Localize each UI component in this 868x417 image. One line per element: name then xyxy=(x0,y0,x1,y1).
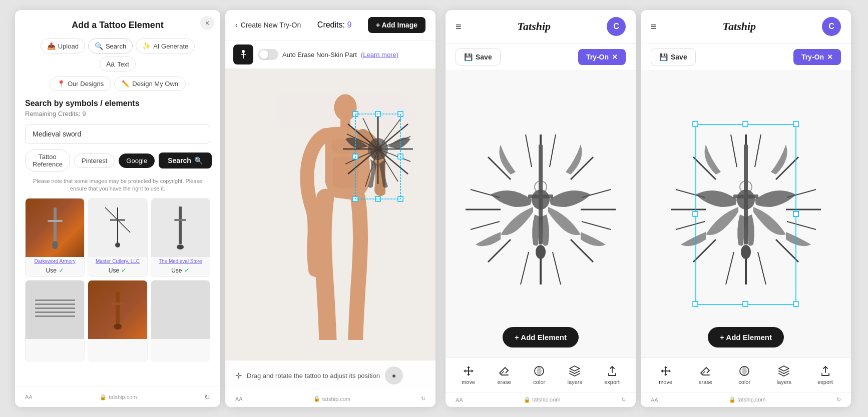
tool-move-p4[interactable]: move xyxy=(659,365,672,385)
try-on-label-p4: Try-On xyxy=(801,53,824,61)
bottom-url: 🔒 tatship.com xyxy=(313,396,350,402)
avatar[interactable]: C xyxy=(607,17,626,36)
save-button-p3[interactable]: 💾 Save xyxy=(456,48,501,66)
image-thumb-5[interactable] xyxy=(88,280,147,339)
svg-point-2 xyxy=(52,241,58,249)
refresh-p4[interactable]: ↻ xyxy=(836,396,841,403)
search-input[interactable] xyxy=(25,124,210,144)
svg-rect-16 xyxy=(111,302,125,305)
toggle-switch[interactable] xyxy=(258,49,278,60)
add-element-button-p3[interactable]: + Add Element xyxy=(503,327,579,348)
svg-rect-13 xyxy=(35,304,75,305)
tool-export-p4[interactable]: export xyxy=(817,365,833,385)
tab-text[interactable]: Aa Text xyxy=(100,56,136,72)
back-button[interactable]: ‹ Create New Try-On xyxy=(235,21,301,29)
filter-tattoo-reference[interactable]: Tattoo Reference xyxy=(25,150,70,172)
search-icon: 🔍 xyxy=(95,42,103,50)
add-element-button-p4[interactable]: + Add Element xyxy=(708,327,784,348)
tool-color[interactable]: color xyxy=(533,365,545,385)
erase-label: erase xyxy=(497,379,511,385)
export-icon-p4 xyxy=(819,365,831,377)
swords-svg xyxy=(33,292,78,328)
try-on-button-p3[interactable]: Try-On ✕ xyxy=(578,49,626,65)
image-grid: Darksword Armory Use ✓ Master Cutlery, L… xyxy=(25,198,210,362)
svg-point-39 xyxy=(368,138,388,160)
svg-line-63 xyxy=(521,252,529,284)
svg-line-62 xyxy=(582,222,611,230)
tool-layers[interactable]: layers xyxy=(568,365,582,385)
url-text-2: tatship.com xyxy=(322,396,350,402)
image-thumb-4[interactable] xyxy=(26,280,84,339)
try-on-icon-p3: ✕ xyxy=(612,53,618,61)
tool-move[interactable]: move xyxy=(462,365,475,385)
svg-line-85 xyxy=(726,252,734,284)
auto-erase-toggle[interactable]: Auto Erase Non-Skin Part (Learn more) xyxy=(258,49,398,60)
tab-upload[interactable]: 📤 Upload xyxy=(41,38,85,54)
svg-point-89 xyxy=(741,245,751,259)
image-source-4 xyxy=(26,339,84,347)
image-thumb-1[interactable] xyxy=(26,198,84,257)
export-label-p4: export xyxy=(817,379,833,385)
image-source-2[interactable]: Master Cutlery, LLC xyxy=(88,257,147,264)
panel3-header: ≡ Tatship C xyxy=(446,10,636,44)
tab-ai-generate[interactable]: ✨ AI Generate xyxy=(136,38,195,54)
footer-text-size-p4: AA xyxy=(651,397,658,403)
refresh-icon-2[interactable]: ↻ xyxy=(421,396,425,402)
tattoo-on-arm[interactable] xyxy=(338,109,418,206)
lock-icon-p3: 🔒 xyxy=(524,396,531,402)
use-button-2[interactable]: Use ✓ xyxy=(88,264,147,276)
tool-export[interactable]: export xyxy=(604,365,620,385)
menu-icon-p4[interactable]: ≡ xyxy=(651,21,657,32)
svg-rect-94 xyxy=(743,122,748,126)
tab-row-1: 📤 Upload 🔍 Search ✨ AI Generate Aa Text xyxy=(25,38,210,72)
panel3-actions: 💾 Save Try-On ✕ xyxy=(446,44,636,71)
tattoo-artwork-svg-p3 xyxy=(466,110,616,320)
use-button-3[interactable]: Use ✓ xyxy=(151,264,210,276)
image-thumb-3[interactable] xyxy=(151,198,210,257)
logo-svg xyxy=(237,48,249,60)
credits-display: Credits: 9 xyxy=(317,20,351,30)
avatar-p4[interactable]: C xyxy=(822,17,841,36)
erase-icon xyxy=(498,365,510,377)
close-button[interactable]: × xyxy=(200,16,214,30)
tool-color-p4[interactable]: color xyxy=(738,365,750,385)
tattoo-dragon-svg xyxy=(338,109,418,204)
image-thumb-2[interactable] xyxy=(88,198,147,257)
footer-text-size: AA xyxy=(25,394,33,400)
use-button-1[interactable]: Use ✓ xyxy=(26,264,84,276)
svg-rect-7 xyxy=(179,206,182,244)
panel4-canvas: + Add Element xyxy=(641,71,851,358)
refresh-icon[interactable]: ↻ xyxy=(204,393,210,401)
move-icon xyxy=(463,365,475,377)
filter-google[interactable]: Google xyxy=(119,154,155,168)
try-on-button-p4[interactable]: Try-On ✕ xyxy=(793,49,841,65)
image-cell-2: Master Cutlery, LLC Use ✓ xyxy=(88,198,147,277)
image-source-3[interactable]: The Medieval Store xyxy=(151,257,210,264)
color-icon-p4 xyxy=(738,365,750,377)
learn-more-link[interactable]: (Learn more) xyxy=(361,51,398,58)
search-button[interactable]: Search 🔍 xyxy=(159,152,212,168)
scroll-button[interactable]: ● xyxy=(385,366,403,384)
tool-layers-p4[interactable]: layers xyxy=(777,365,791,385)
search-button-icon: 🔍 xyxy=(194,156,203,164)
lock-icon-p4: 🔒 xyxy=(729,396,736,402)
try-on-label-p3: Try-On xyxy=(586,53,609,61)
menu-icon[interactable]: ≡ xyxy=(456,21,462,32)
panel4-footer: AA 🔒 tatship.com ↻ xyxy=(641,392,851,407)
image-thumb-6[interactable] xyxy=(151,280,210,339)
search-button-label: Search xyxy=(168,156,191,164)
tab-our-designs[interactable]: 📍 Our Designs xyxy=(50,76,111,91)
save-button-p4[interactable]: 💾 Save xyxy=(651,48,696,66)
panel3-toolbar: move erase color layers xyxy=(446,358,636,392)
refresh-p3[interactable]: ↻ xyxy=(621,396,626,403)
tab-search[interactable]: 🔍 Search xyxy=(88,38,133,54)
tool-erase-p4[interactable]: erase xyxy=(698,365,712,385)
svg-point-9 xyxy=(177,244,184,250)
tool-erase[interactable]: erase xyxy=(497,365,511,385)
tab-design-my-own[interactable]: ✏️ Design My Own xyxy=(114,76,186,91)
lock-icon-2: 🔒 xyxy=(313,396,320,402)
filter-pinterest[interactable]: Pinterest xyxy=(74,154,115,168)
add-image-button[interactable]: + Add Image xyxy=(368,17,425,33)
image-source-1[interactable]: Darksword Armory xyxy=(26,257,84,264)
color-label-p4: color xyxy=(738,379,750,385)
